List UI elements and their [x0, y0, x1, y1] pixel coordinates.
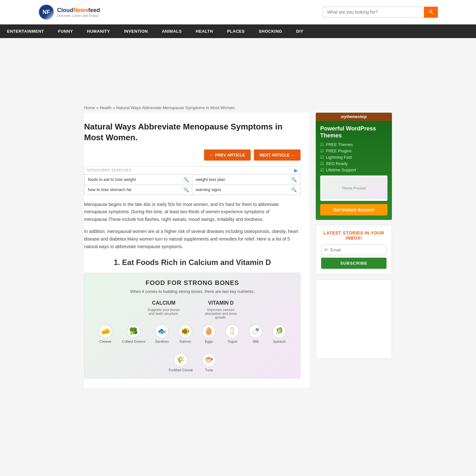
food-items-grid: 🧀 Cheese 🥦 Collard Greens 🐟 Sardines 🐠 S…: [91, 324, 294, 372]
main-nav: ENTERTAINMENT FUNNY HUMANITY INVENTION A…: [0, 24, 476, 38]
food-item: 🐡 Tuna: [202, 353, 216, 372]
article-nav-buttons: ← PREV ARTICLE NEXT ARTICLE →: [84, 149, 301, 161]
nav-invention[interactable]: INVENTION: [117, 24, 155, 38]
nav-entertainment[interactable]: ENTERTAINMENT: [0, 24, 51, 38]
food-icon: 🥚: [202, 324, 216, 338]
sidebar-ad-feature-4: SEO Ready: [320, 161, 387, 166]
nav-shocking[interactable]: SHOCKING: [252, 24, 289, 38]
food-icon: 🌾: [174, 353, 188, 367]
calcium-name: CALCIUM: [152, 300, 175, 306]
search-icon: [428, 9, 433, 14]
breadcrumb-home[interactable]: Home: [84, 105, 95, 110]
logo-tagline: Discover, Learn and Enjoy!: [57, 14, 100, 17]
food-icon: 🍼: [249, 324, 263, 338]
header: NF CloudNewsfeed Discover, Learn and Enj…: [0, 0, 476, 24]
breadcrumb-health[interactable]: Health: [100, 105, 112, 110]
sidebar-ad-feature-5: Lifetime Support: [320, 168, 387, 172]
article-area: Natural Ways Abbreviate Menopause Sympto…: [84, 113, 309, 387]
nav-places[interactable]: PLACES: [220, 24, 252, 38]
search-area: [322, 7, 438, 18]
sidebar-ad-image: Theme Preview: [320, 175, 387, 201]
breadcrumb-arrow: »: [96, 105, 98, 110]
food-item: 🥦 Collard Greens: [122, 324, 145, 343]
email-row: ✉: [321, 244, 387, 255]
food-item: 🥬 Spinach: [272, 324, 286, 343]
calcium-desc: Supports your bones and teeth structure.: [145, 308, 183, 315]
latest-stories-widget: LATEST STORIES IN YOUR INBOX! ✉ SUBSCRIB…: [316, 225, 392, 274]
food-item: 🌾 Fortified Cereal: [169, 353, 192, 372]
food-icon: 🐠: [178, 324, 192, 338]
sidebar-ad-feature-3: Lightning Fast: [320, 155, 387, 160]
food-nutrients: CALCIUM Supports your bones and teeth st…: [145, 300, 240, 319]
sidebar: mythemeshop Powerful WordPress Themes FR…: [316, 113, 392, 387]
logo-icon: NF: [38, 4, 55, 20]
nav-health[interactable]: HEALTH: [189, 24, 220, 38]
food-icon: 🥬: [272, 324, 286, 338]
main-layout: Natural Ways Abbreviate Menopause Sympto…: [84, 113, 392, 397]
search-button[interactable]: [424, 7, 438, 18]
sponsored-search-icon-2: 🔍: [291, 177, 297, 182]
food-item: 🥛 Yogurt: [225, 324, 239, 343]
nav-funny[interactable]: FUNNY: [51, 24, 80, 38]
calcium-col: CALCIUM Supports your bones and teeth st…: [145, 300, 183, 319]
sidebar-widget2: [316, 279, 392, 359]
sidebar-ad-title: Powerful WordPress Themes: [320, 125, 387, 139]
breadcrumb-current: Natural Ways Abbreviate Menopause Sympto…: [116, 105, 235, 110]
logo-brand: CloudNewsfeed: [57, 7, 100, 14]
sponsored-search-icon-1: 🔍: [183, 177, 189, 182]
ad-banner: [0, 38, 476, 102]
sidebar-ad-feature-1: FREE Themes: [320, 142, 387, 147]
food-item: 🐠 Salmon: [178, 324, 192, 343]
svg-line-1: [432, 12, 433, 14]
article-title: Natural Ways Abbreviate Menopause Sympto…: [84, 122, 301, 143]
article-paragraph-2: In addition, menopausal women are at a h…: [84, 228, 301, 250]
email-input[interactable]: [330, 245, 386, 255]
latest-stories-title: LATEST STORIES IN YOUR INBOX!: [321, 230, 387, 241]
vitamind-desc: Improves calcium absorption and bone gro…: [202, 308, 240, 319]
food-item: 🧀 Cheese: [98, 324, 112, 343]
sidebar-ad-widget: mythemeshop Powerful WordPress Themes FR…: [316, 113, 392, 220]
logo-area: NF CloudNewsfeed Discover, Learn and Enj…: [38, 4, 100, 20]
svg-point-0: [429, 10, 432, 12]
article-paragraph-1: Menopause begins in the late 40s or earl…: [84, 201, 301, 223]
food-item: 🐟 Sardines: [155, 324, 169, 343]
email-icon: ✉: [321, 245, 330, 255]
food-icon: 🥦: [127, 324, 141, 338]
sidebar-ad-body: Powerful WordPress Themes FREE Themes FR…: [316, 121, 392, 220]
article-body: Menopause begins in the late 40s or earl…: [84, 201, 301, 251]
sidebar-ad-header: mythemeshop: [316, 113, 392, 121]
sidebar-ad-button[interactable]: Get Instant Access!: [320, 204, 387, 215]
food-image-subtitle: When it comes to building strong bones, …: [130, 289, 255, 294]
section1-heading: 1. Eat Foods Rich in Calcium and Vitamin…: [84, 258, 301, 267]
next-article-button[interactable]: NEXT ARTICLE →: [254, 149, 301, 161]
subscribe-button[interactable]: SUBSCRIBE: [321, 258, 387, 269]
sponsored-link-2[interactable]: weight loss plan 🔍: [192, 175, 300, 185]
sponsored-search-icon-4: 🔍: [291, 187, 297, 192]
vitamind-col: VITAMIN D Improves calcium absorption an…: [202, 300, 240, 319]
ad-icon: ▶: [294, 168, 298, 173]
sponsored-box: SPONSORED SEARCHES ▶ foods to eat to los…: [84, 166, 301, 195]
breadcrumb-arrow2: »: [113, 105, 115, 110]
nav-humanity[interactable]: HUMANITY: [80, 24, 117, 38]
sponsored-link-4[interactable]: warning signs 🔍: [192, 185, 300, 195]
sidebar-ad-feature-2: FREE Plugins: [320, 149, 387, 153]
food-icon: 🐟: [155, 324, 169, 338]
sponsored-link-3[interactable]: how to lose stomach fat 🔍: [84, 185, 192, 195]
food-icon: 🐡: [202, 353, 216, 367]
prev-article-button[interactable]: ← PREV ARTICLE: [204, 149, 251, 161]
food-item: 🍼 Milk: [249, 324, 263, 343]
food-image-title: FOOD FOR STRONG BONES: [146, 279, 239, 287]
sponsored-link-1[interactable]: foods to eat to lose weight 🔍: [84, 175, 192, 185]
food-image: FOOD FOR STRONG BONES When it comes to b…: [84, 273, 301, 379]
food-item: 🥚 Eggs: [202, 324, 216, 343]
sponsored-links: foods to eat to lose weight 🔍 weight los…: [84, 175, 300, 195]
food-icon: 🧀: [98, 324, 112, 338]
vitamind-name: VITAMIN D: [208, 300, 234, 306]
nav-animals[interactable]: ANIMALS: [155, 24, 189, 38]
food-icon: 🥛: [225, 324, 239, 338]
breadcrumb: Home » Health » Natural Ways Abbreviate …: [84, 102, 392, 113]
nav-diy[interactable]: DIY: [289, 24, 310, 38]
sponsored-search-icon-3: 🔍: [183, 187, 189, 192]
search-input[interactable]: [322, 7, 424, 17]
logo-text: CloudNewsfeed Discover, Learn and Enjoy!: [57, 7, 100, 17]
